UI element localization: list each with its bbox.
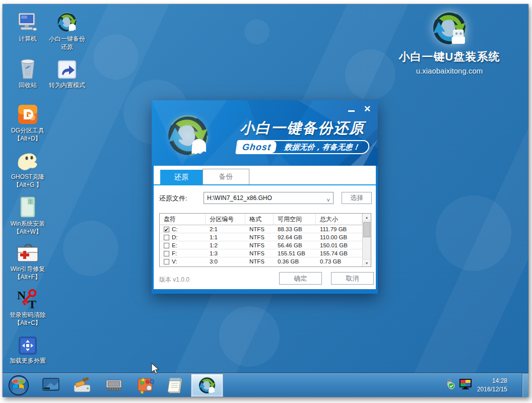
dialog-title: 小白一键备份还原 <box>236 118 368 139</box>
background-decor <box>219 306 280 367</box>
partition-number: 3:0 <box>206 257 245 265</box>
desktop-icon-password-clear[interactable]: N T 登录密码清除 【Alt+C】 <box>5 285 51 327</box>
version-label: 版本 v1.0.0 <box>159 276 189 284</box>
background-decor <box>244 19 270 44</box>
partition-row-D[interactable]: D: 1:1 NTFS 92.64 GB 110.00 GB <box>160 233 362 241</box>
close-button[interactable]: ✕ <box>363 104 372 113</box>
bootfix-icon <box>5 239 51 263</box>
clock-date: 2016/12/15 <box>477 385 507 393</box>
column-header[interactable]: 格式 <box>245 214 274 225</box>
display-settings-icon[interactable] <box>459 378 472 392</box>
total-size: 111.79 GB <box>316 225 362 233</box>
partition-number: 2:1 <box>206 225 245 233</box>
free-space: 155.51 GB <box>274 249 316 257</box>
restore-file-combobox[interactable]: H:\WIN7_612_x86.GHO ˅ <box>204 192 334 204</box>
brand-watermark: 小白一键U盘装系统 u.xiaobaixitong.com <box>386 9 512 75</box>
taskbar-button-notepad[interactable] <box>166 376 185 394</box>
table-scrollbar[interactable]: ▲ ▼ <box>362 214 371 266</box>
partition-row-F[interactable]: F: 1:3 NTFS 155.51 GB 155.74 GB <box>160 249 362 257</box>
partition-row-C[interactable]: C: 2:1 NTFS 88.33 GB 111.79 GB <box>160 225 362 233</box>
desktop-icon-internal-mode[interactable]: 转为内置模式 <box>44 55 90 89</box>
total-size: 110.00 GB <box>316 233 362 241</box>
desktop-icon-label: DG分区工具 【Alt+D】 <box>5 126 51 143</box>
cancel-button[interactable]: 取消 <box>331 272 374 285</box>
system-tray: 14:28 2016/12/15 <box>444 373 513 397</box>
column-header[interactable]: 总大小 <box>316 214 362 225</box>
format: NTFS <box>245 225 274 233</box>
restore-file-value: H:\WIN7_612_x86.GHO <box>207 194 272 202</box>
partition-number: 1:2 <box>206 241 245 249</box>
partition-number: 1:3 <box>206 249 245 257</box>
desktop-icon-dg-partition-tool[interactable]: DG分区工具 【Alt+D】 <box>5 101 51 143</box>
free-space: 88.33 GB <box>274 225 316 233</box>
minimize-button[interactable] <box>347 104 356 113</box>
format: NTFS <box>245 233 274 241</box>
ntpass-icon: N T <box>5 285 51 309</box>
start-button[interactable] <box>8 374 30 396</box>
scrollbar-thumb[interactable] <box>363 222 370 237</box>
tab-bar: 还原备份 <box>154 166 376 185</box>
show-desktop-button[interactable] <box>522 373 528 397</box>
partition-row-E[interactable]: E: 1:2 NTFS 56.46 GB 150.01 GB <box>160 241 362 249</box>
format: NTFS <box>245 257 274 265</box>
brand-url: u.xiaobaixitong.com <box>386 66 512 75</box>
brand-title: 小白一键U盘装系统 <box>386 49 512 64</box>
format: NTFS <box>245 241 274 249</box>
free-space: 0.36 GB <box>274 257 316 265</box>
free-space: 92.64 GB <box>274 233 316 241</box>
desktop-icon-ghost-clone[interactable]: GHOST克隆 【Alt+G 】 <box>5 147 51 189</box>
taskbar: 14:28 2016/12/15 <box>3 373 528 397</box>
taskbar-button-disk-tool[interactable] <box>73 376 92 394</box>
taskbar-button-memory-chip[interactable] <box>104 376 123 394</box>
desktop-icon-backup-restore[interactable]: 小白一键备份 还原 <box>44 9 90 51</box>
dialog-body: 还原备份 还原文件: H:\WIN7_612_x86.GHO ˅ 选择 盘符分区… <box>152 166 378 294</box>
column-header[interactable]: 可用空间 <box>274 214 316 225</box>
scroll-down-icon[interactable]: ▼ <box>363 259 371 266</box>
drive-letter: V: <box>172 258 177 264</box>
desktop-icon-label: 加载更多外置 <box>5 357 51 365</box>
taskbar-clock[interactable]: 14:28 2016/12/15 <box>477 377 507 393</box>
background-decor <box>93 34 139 80</box>
taskbar-button-paint-tool[interactable] <box>137 376 156 394</box>
partition-checkbox[interactable] <box>164 251 169 256</box>
partition-checkbox[interactable] <box>164 243 169 248</box>
desktop-icon-label: 转为内置模式 <box>44 81 90 89</box>
desktop-icon-win-install[interactable]: Win系统安装 【Alt+W】 <box>5 194 51 236</box>
dg-icon <box>5 101 51 125</box>
restore-file-label: 还原文件: <box>159 194 187 203</box>
scroll-up-icon[interactable]: ▲ <box>363 214 371 221</box>
taskbar-button-desktop-preview[interactable] <box>41 376 60 394</box>
background-decor <box>63 221 118 276</box>
select-file-button[interactable]: 选择 <box>342 192 372 204</box>
desktop-screen: 计算机 小白一键备份 还原 回收站 转为内置模式 DG分区工 <box>3 4 528 397</box>
partition-number: 1:1 <box>206 233 245 241</box>
total-size: 150.01 GB <box>316 241 362 249</box>
column-header[interactable]: 分区编号 <box>206 214 245 225</box>
column-header[interactable]: 盘符 <box>160 214 206 225</box>
taskbar-active-app-button[interactable] <box>191 374 223 397</box>
partition-checkbox[interactable] <box>164 235 169 240</box>
free-space: 56.46 GB <box>274 241 316 249</box>
ok-button[interactable]: 确定 <box>279 272 322 285</box>
tab-restore[interactable]: 还原 <box>160 170 203 184</box>
desktop-icon-label: 登录密码清除 【Alt+C】 <box>5 311 51 327</box>
partition-checkbox[interactable] <box>164 259 169 264</box>
drive-letter: C: <box>172 226 178 232</box>
ghost-icon <box>5 147 51 171</box>
shortcut-icon <box>44 55 90 80</box>
usb-safely-remove-icon[interactable] <box>444 378 455 392</box>
partition-row-V[interactable]: V: 3:0 NTFS 0.36 GB 0.73 GB <box>160 257 362 265</box>
format: NTFS <box>245 249 274 257</box>
dialog-logo-icon <box>165 112 211 159</box>
dialog-footer: 版本 v1.0.0 确定 取消 <box>154 269 376 289</box>
restore-file-row: 还原文件: H:\WIN7_612_x86.GHO ˅ 选择 <box>154 192 376 204</box>
svg-text:T: T <box>28 298 36 309</box>
loadmore-icon <box>5 331 51 355</box>
chevron-down-icon[interactable]: ˅ <box>327 194 330 204</box>
desktop-icon-win-boot-repair[interactable]: Win引导修复 【Alt+F】 <box>5 239 51 281</box>
table-header-row: 盘符分区编号格式可用空间总大小 <box>160 214 362 225</box>
desktop-icon-load-more-tools[interactable]: 加载更多外置 <box>5 331 51 365</box>
clock-time: 14:28 <box>477 377 507 385</box>
partition-checkbox[interactable] <box>164 227 169 232</box>
tab-backup[interactable]: 备份 <box>203 169 249 184</box>
